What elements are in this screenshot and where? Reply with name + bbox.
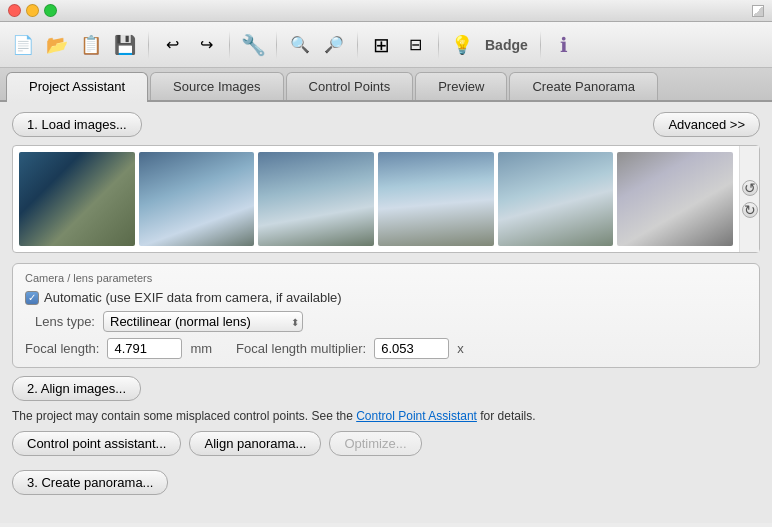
lens-type-select-wrapper: Rectilinear (normal lens) Fisheye Equire… xyxy=(103,311,303,332)
separator-3 xyxy=(276,31,277,59)
recent-button[interactable]: 📋 xyxy=(76,30,106,60)
save-button[interactable]: 💾 xyxy=(110,30,140,60)
tools-button[interactable]: 🔧 xyxy=(238,30,268,60)
main-content: 1. Load images... Advanced >> ↺ ↻ Camera… xyxy=(0,102,772,523)
thumbnail-5[interactable] xyxy=(498,152,614,246)
separator-1 xyxy=(148,31,149,59)
separator-6 xyxy=(540,31,541,59)
lens-type-select[interactable]: Rectilinear (normal lens) Fisheye Equire… xyxy=(103,311,303,332)
load-images-button[interactable]: 1. Load images... xyxy=(12,112,142,137)
action-section: 2. Align images... The project may conta… xyxy=(12,376,760,462)
info-button[interactable]: ℹ xyxy=(549,30,579,60)
gallery-images-area xyxy=(13,146,739,252)
params-title: Camera / lens parameters xyxy=(25,272,747,284)
auto-exif-checkbox[interactable]: ✓ xyxy=(25,291,39,305)
camera-params-section: Camera / lens parameters ✓ Automatic (us… xyxy=(12,263,760,368)
resize-icon[interactable] xyxy=(752,5,764,17)
image-gallery: ↺ ↻ xyxy=(12,145,760,253)
align-panorama-button[interactable]: Align panorama... xyxy=(189,431,321,456)
undo-button[interactable]: ↩ xyxy=(157,30,187,60)
table-button[interactable]: ⊟ xyxy=(400,30,430,60)
info-prefix: The project may contain some misplaced c… xyxy=(12,409,356,423)
auto-exif-label: Automatic (use EXIF data from camera, if… xyxy=(44,290,342,305)
badge-123: Badge xyxy=(481,35,532,55)
gallery-scrollbar: ↺ ↻ xyxy=(739,146,759,252)
title-bar xyxy=(0,0,772,22)
optimize-button[interactable]: Optimize... xyxy=(329,431,421,456)
thumbnail-6[interactable] xyxy=(617,152,733,246)
create-row: 3. Create panorama... xyxy=(12,470,760,495)
close-button[interactable] xyxy=(8,4,21,17)
focal-length-unit: mm xyxy=(190,341,212,356)
maximize-button[interactable] xyxy=(44,4,57,17)
zoom-out-button[interactable]: 🔎 xyxy=(319,30,349,60)
open-button[interactable]: 📂 xyxy=(42,30,72,60)
bulb-button[interactable]: 💡 xyxy=(447,30,477,60)
focal-multiplier-unit: x xyxy=(457,341,464,356)
grid-button[interactable]: ⊞ xyxy=(366,30,396,60)
tab-control-points[interactable]: Control Points xyxy=(286,72,414,100)
separator-4 xyxy=(357,31,358,59)
advanced-button[interactable]: Advanced >> xyxy=(653,112,760,137)
thumbnail-3[interactable] xyxy=(258,152,374,246)
action-button-row: Control point assistant... Align panoram… xyxy=(12,431,760,462)
info-text: The project may contain some misplaced c… xyxy=(12,407,760,425)
scroll-down-button[interactable]: ↻ xyxy=(742,202,758,218)
focal-length-input[interactable] xyxy=(107,338,182,359)
lens-type-label: Lens type: xyxy=(25,314,95,329)
create-panorama-button[interactable]: 3. Create panorama... xyxy=(12,470,168,495)
toolbar: 📄 📂 📋 💾 ↩ ↪ 🔧 🔍 🔎 ⊞ ⊟ 💡 Badge ℹ xyxy=(0,22,772,68)
thumbnail-2[interactable] xyxy=(139,152,255,246)
info-suffix: for details. xyxy=(477,409,536,423)
zoom-in-button[interactable]: 🔍 xyxy=(285,30,315,60)
tab-preview[interactable]: Preview xyxy=(415,72,507,100)
focal-multiplier-label: Focal length multiplier: xyxy=(236,341,366,356)
control-point-assistant-button[interactable]: Control point assistant... xyxy=(12,431,181,456)
thumbnail-4[interactable] xyxy=(378,152,494,246)
lens-type-row: Lens type: Rectilinear (normal lens) Fis… xyxy=(25,311,747,332)
tab-project-assistant[interactable]: Project Assistant xyxy=(6,72,148,102)
auto-exif-row: ✓ Automatic (use EXIF data from camera, … xyxy=(25,290,747,305)
auto-exif-checkbox-label[interactable]: ✓ Automatic (use EXIF data from camera, … xyxy=(25,290,342,305)
separator-2 xyxy=(229,31,230,59)
new-button[interactable]: 📄 xyxy=(8,30,38,60)
scroll-up-button[interactable]: ↺ xyxy=(742,180,758,196)
align-images-button[interactable]: 2. Align images... xyxy=(12,376,141,401)
control-point-assistant-link[interactable]: Control Point Assistant xyxy=(356,409,477,423)
focal-multiplier-input[interactable] xyxy=(374,338,449,359)
tab-create-panorama[interactable]: Create Panorama xyxy=(509,72,658,100)
top-row: 1. Load images... Advanced >> xyxy=(12,112,760,137)
redo-button[interactable]: ↪ xyxy=(191,30,221,60)
minimize-button[interactable] xyxy=(26,4,39,17)
focal-length-label: Focal length: xyxy=(25,341,99,356)
traffic-lights xyxy=(8,4,57,17)
focal-length-row: Focal length: mm Focal length multiplier… xyxy=(25,338,747,359)
separator-5 xyxy=(438,31,439,59)
tab-bar: Project Assistant Source Images Control … xyxy=(0,68,772,102)
thumbnail-1[interactable] xyxy=(19,152,135,246)
tab-source-images[interactable]: Source Images xyxy=(150,72,283,100)
